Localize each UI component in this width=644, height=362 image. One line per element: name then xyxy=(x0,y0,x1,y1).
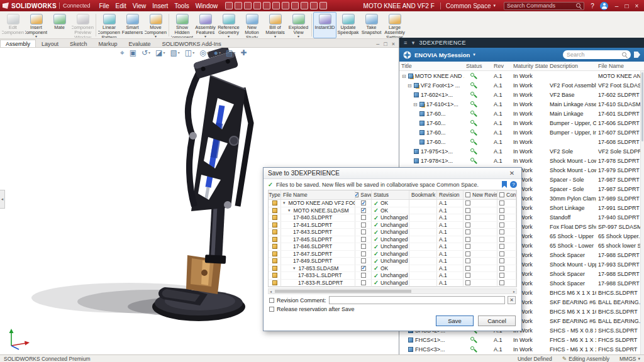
save-checkbox[interactable] xyxy=(361,237,366,242)
ribbon-button-bill-of-materials[interactable]: Bill of Materials▾ xyxy=(264,12,287,38)
ribbon-button-move-component[interactable]: Move Component▾ xyxy=(144,12,167,38)
doc-close-icon[interactable]: × xyxy=(392,41,395,47)
file-row[interactable]: ▾MOTO KNEE AND VF2 FOOT.SLD...✓OKA.1 xyxy=(269,200,516,207)
user-avatar[interactable] xyxy=(600,2,608,10)
search-input[interactable] xyxy=(507,3,574,9)
tree-expander-icon[interactable]: ⊟ xyxy=(402,74,406,79)
column-header-description[interactable]: Description xyxy=(548,63,596,69)
file-row[interactable]: 17-847.SLDPRT✓UnchangedA.1 xyxy=(269,251,516,258)
panel-search-input[interactable] xyxy=(567,52,620,58)
tag-icon[interactable] xyxy=(634,52,640,58)
ribbon-button-update-speedpak[interactable]: Update Speedpak xyxy=(336,12,360,38)
scroll-right-icon[interactable]: ▸ xyxy=(512,289,516,293)
new-revision-checkbox[interactable] xyxy=(465,200,470,206)
save-checkbox[interactable] xyxy=(361,258,366,263)
tab-layout[interactable]: Layout xyxy=(36,40,64,47)
zoom-area-icon[interactable]: ▣ xyxy=(130,49,136,57)
save-button[interactable]: Save xyxy=(436,315,474,326)
asset-row[interactable]: 17-975<1>...A.1In WorkVF2 SoleVF2 Sole S… xyxy=(399,146,644,156)
convert-checkbox[interactable] xyxy=(499,251,504,256)
select-icon[interactable] xyxy=(282,2,289,9)
new-icon[interactable] xyxy=(225,2,233,9)
new-revision-checkbox[interactable] xyxy=(465,273,470,278)
ribbon-button-smart-fasteners[interactable]: Smart Fasteners xyxy=(121,12,144,38)
convert-checkbox[interactable] xyxy=(499,208,504,213)
release-reservation-checkbox[interactable] xyxy=(269,307,274,312)
column-header-maturity-state[interactable]: Maturity State xyxy=(511,63,548,69)
asset-row[interactable]: FHCS<3>...A.1In WorkFHCS - M6 X 1 X 10..… xyxy=(399,344,644,354)
panel-menu-icon[interactable]: ≡ xyxy=(404,40,408,46)
restore-icon[interactable]: □ xyxy=(622,3,631,9)
column-header-title[interactable]: Title xyxy=(399,63,464,69)
asset-row[interactable]: ⊟17-610<1>...A.1In WorkMain Linkage Asse… xyxy=(399,99,644,109)
file-row[interactable]: 17-845.SLDPRT✓UnchangedA.1 xyxy=(269,236,516,244)
help-icon[interactable]: ? xyxy=(510,181,517,188)
save-checkbox[interactable] xyxy=(361,222,366,228)
ribbon-button-exploded-view[interactable]: Exploded View▾ xyxy=(287,12,310,38)
chevron-down-icon[interactable]: ▾ xyxy=(638,356,640,361)
file-row[interactable]: 17-849.SLDPRT✓UnchangedA.1 xyxy=(269,258,516,265)
convert-checkbox[interactable] xyxy=(499,280,504,285)
ribbon-button-large-assembly-settings[interactable]: Large Assembly Settings▾ xyxy=(383,12,406,38)
open-icon[interactable] xyxy=(235,2,242,9)
convert-checkbox[interactable] xyxy=(499,237,504,242)
menu-tools[interactable]: Tools xyxy=(171,3,192,9)
property-manager-collapsed-tab[interactable]: ◂ xyxy=(0,190,5,209)
scroll-left-icon[interactable]: ◂ xyxy=(269,289,273,293)
panel-search[interactable] xyxy=(563,50,631,59)
convert-checkbox[interactable] xyxy=(499,215,504,220)
new-revision-checkbox[interactable] xyxy=(465,244,470,249)
asset-row[interactable]: 17-60...A.1In WorkBumper - Upper, Ins...… xyxy=(399,128,644,137)
section-view-icon[interactable]: ◪▾ xyxy=(155,49,165,57)
new-revision-checkbox[interactable] xyxy=(465,237,470,242)
asset-row[interactable]: 17-602<1>...A.1In WorkVF2 Base17-602 SLD… xyxy=(399,90,644,99)
print-icon[interactable] xyxy=(253,2,261,9)
column-header-file-name[interactable]: File Name xyxy=(596,63,644,69)
ribbon-button-linear-component-pattern[interactable]: Linear Component Pattern▾ xyxy=(97,12,121,38)
apply-scene-icon[interactable]: ▤▾ xyxy=(226,49,235,57)
tree-expander-icon[interactable]: ▾ xyxy=(288,208,291,213)
header-checkbox-convert[interactable] xyxy=(499,192,504,197)
file-row[interactable]: 17-843.SLDPRT✓UnchangedA.1 xyxy=(269,229,516,236)
new-revision-checkbox[interactable] xyxy=(465,280,470,285)
ribbon-button-instant3d[interactable]: Instant3D xyxy=(313,12,336,38)
tree-expander-icon[interactable]: ▾ xyxy=(293,266,296,271)
file-row[interactable]: ▾17-853.SLDASM✓OKA.1 xyxy=(269,265,516,273)
hide-show-items-icon[interactable]: ◎▾ xyxy=(199,49,209,57)
new-revision-checkbox[interactable] xyxy=(465,229,470,234)
file-row[interactable]: 17-840.SLDPRT✓UnchangedA.1 xyxy=(269,214,516,222)
tab-sketch[interactable]: Sketch xyxy=(64,40,93,47)
convert-checkbox[interactable] xyxy=(499,244,504,249)
tree-expander-icon[interactable]: ⊟ xyxy=(408,83,412,89)
doc-restore-icon[interactable]: □ xyxy=(384,41,387,47)
help-icon[interactable] xyxy=(319,2,327,9)
save-checkbox[interactable] xyxy=(361,215,366,220)
panel-scrollbar[interactable] xyxy=(640,71,644,354)
ribbon-button-new-motion-study[interactable]: New Motion Study xyxy=(240,12,264,38)
ribbon-button-mate[interactable]: Mate xyxy=(48,12,71,38)
bookmark-icon[interactable] xyxy=(502,181,507,188)
command-search[interactable] xyxy=(504,2,584,10)
view-settings-icon[interactable]: ✚ xyxy=(240,49,247,57)
collaborative-space-selector[interactable]: Common Space xyxy=(440,3,491,9)
tab-solidworks-add-ins[interactable]: SOLIDWORKS Add-Ins xyxy=(157,40,227,47)
new-revision-checkbox[interactable] xyxy=(465,266,470,271)
new-revision-checkbox[interactable] xyxy=(465,215,470,220)
asset-row[interactable]: 17-60...A.1In Work17-608 SLDPRT xyxy=(399,137,644,146)
zoom-fit-icon[interactable]: ⌖ xyxy=(120,49,125,57)
scrollbar-thumb[interactable] xyxy=(275,290,411,293)
new-revision-checkbox[interactable] xyxy=(465,251,470,256)
minimize-icon[interactable]: – xyxy=(612,3,621,9)
3ds-compass-icon[interactable] xyxy=(403,51,411,59)
file-row[interactable]: 17-833-R.SLDPRT✓UnchangedA.1 xyxy=(269,280,516,287)
display-style-icon[interactable]: ◫▾ xyxy=(185,49,194,57)
options-icon[interactable] xyxy=(310,2,318,9)
column-header-rev[interactable]: Rev xyxy=(492,63,511,69)
menu-edit[interactable]: Edit xyxy=(113,3,130,9)
ribbon-button-edit-component[interactable]: Edit Component xyxy=(1,12,25,38)
tree-expander-icon[interactable]: ⊟ xyxy=(413,102,418,107)
redo-icon[interactable] xyxy=(272,2,280,9)
menu-file[interactable]: File xyxy=(96,3,112,9)
asset-row[interactable]: 17-60...A.1In WorkBumper - Upper, Ou...1… xyxy=(399,118,644,128)
save-checkbox[interactable] xyxy=(361,229,366,234)
